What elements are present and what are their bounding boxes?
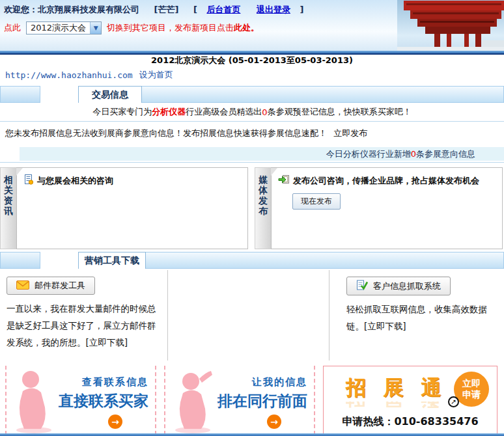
related-news-box: 与您展会相关的咨询 xyxy=(16,167,248,249)
rank-banner-line2: 排在同行前面 xyxy=(217,391,307,411)
related-news-panel: 相关资讯 与您展会相关的咨询 xyxy=(0,167,248,249)
zhaozhantong-title: 招 展 通 招 展 通 xyxy=(346,374,447,411)
capture-tool-button[interactable]: 客户信息抓取系统 xyxy=(346,277,451,295)
curved-arrow-icon: ➚ xyxy=(448,396,459,407)
document-icon xyxy=(23,174,34,187)
document-check-icon xyxy=(356,280,368,292)
bracket-open: [ xyxy=(193,5,197,14)
daily-prefix: 今日分析仪器行业新增 xyxy=(326,148,411,160)
media-publish-side-label: 媒体发布 xyxy=(255,167,271,249)
publish-arrow-icon xyxy=(278,174,290,187)
buyer-notice: 今日买家专门为 分析仪器 行业高级会员精选出 0 条参观预登记信息，快快联系买家… xyxy=(0,103,504,122)
header: 欢迎您：北京翔展科技发展有限公司 [芒芒] [ 后台首页 退出登录 ] 点此 2… xyxy=(0,0,504,51)
notice-industry: 分析仪器 xyxy=(152,106,186,118)
email-tool-button[interactable]: 邮件群发工具 xyxy=(7,277,95,295)
chevron-down-icon: ▼ xyxy=(90,22,101,34)
tab-marketing-tools[interactable]: 营销工具下载 xyxy=(78,252,146,269)
capture-tool-button-label: 客户信息抓取系统 xyxy=(373,280,441,292)
zhaozhantong-title-text: 招 展 通 xyxy=(346,374,447,402)
arrow-right-icon[interactable]: → xyxy=(267,415,281,429)
click-here-label: 点此 xyxy=(4,22,21,34)
bracket-close: ] xyxy=(300,5,304,14)
tab-strip xyxy=(142,86,504,103)
contact-banner-line2: 直接联系买家 xyxy=(59,391,148,411)
info-panels: 相关资讯 与您展会相关的咨询 媒体发布 xyxy=(0,163,504,249)
tools-section: 邮件群发工具 一直以来，我在群发大量邮件的时候总是缺乏好工具这下好了，展立方邮件… xyxy=(0,270,504,361)
email-tool-desc-text: 一直以来，我在群发大量邮件的时候总是缺乏好工具这下好了，展立方邮件群发系统，我的… xyxy=(7,303,156,347)
contact-buyers-banner[interactable]: 查看联系信息 直接联系买家 → xyxy=(5,366,156,435)
switch-project-text: 切换到其它项目，发布新项目点击 xyxy=(107,22,234,34)
warning-text: 您未发布招展信息无法收到展商参展意向信息！发布招展信息快速获得参展信息速配！ xyxy=(5,128,327,138)
envelope-icon xyxy=(16,280,29,292)
tools-tab-row: 营销工具下载 xyxy=(0,252,504,269)
tab-gap xyxy=(40,252,78,269)
person-waving-icon xyxy=(173,370,214,436)
site-bar: http://www.haozhanhui.com 设为首页 xyxy=(0,66,504,83)
trade-tab-row: 交易信息 xyxy=(0,86,504,103)
daily-suffix: 条参展意向信息 xyxy=(416,148,475,160)
publish-now-button[interactable]: 现在发布 xyxy=(292,193,341,210)
tab-trade-info[interactable]: 交易信息 xyxy=(78,86,142,103)
user-nickname: [芒芒] xyxy=(154,5,179,14)
event-title: 2012北京演示大会 (05-01-2013至05-03-2013) xyxy=(0,55,504,66)
rank-first-banner[interactable]: 让我的信息 排在同行前面 → xyxy=(164,366,315,435)
email-tool-column: 邮件群发工具 一直以来，我在群发大量邮件的时候总是缺乏好工具这下好了，展立方邮件… xyxy=(0,270,168,361)
set-homepage-link[interactable]: 设为首页 xyxy=(139,69,173,81)
switch-here-link[interactable]: 此处 xyxy=(234,22,251,34)
project-select[interactable]: 2012演示大会 ▼ xyxy=(26,21,102,34)
email-tool-desc: 一直以来，我在群发大量邮件的时候总是缺乏好工具这下好了，展立方邮件群发系统，我的… xyxy=(7,300,162,351)
related-news-heading: 与您展会相关的咨询 xyxy=(23,174,241,187)
site-url-link[interactable]: http://www.haozhanhui.com xyxy=(5,70,133,80)
daily-count: 0 xyxy=(411,149,416,159)
zhaozhantong-banner[interactable]: 招 展 通 招 展 通 立即 申请 ➚ 申请热线：010-68335476 xyxy=(323,366,497,435)
notice-count: 0 xyxy=(262,107,267,117)
zhaozhantong-title-reflection: 招 展 通 xyxy=(346,402,447,411)
rank-banner-line1: 让我的信息 xyxy=(217,376,307,388)
project-select-value: 2012演示大会 xyxy=(27,22,90,34)
media-publish-heading: 发布公司咨询，传播企业品牌，抢占媒体发布机会 xyxy=(278,174,496,187)
expo-building-image xyxy=(397,0,504,51)
contact-banner-text: 查看联系信息 直接联系买家 xyxy=(59,376,148,411)
publish-warning: 您未发布招展信息无法收到展商参展意向信息！发布招展信息快速获得参展信息速配！ 立… xyxy=(0,122,504,142)
switch-period: 。 xyxy=(251,22,259,34)
arrow-right-icon[interactable]: → xyxy=(108,415,122,429)
tab-stub xyxy=(0,252,40,269)
person-silhouette-icon xyxy=(14,370,55,436)
page: 欢迎您：北京翔展科技发展有限公司 [芒芒] [ 后台首页 退出登录 ] 点此 2… xyxy=(0,0,504,436)
tab-stub xyxy=(0,86,40,103)
email-tool-button-label: 邮件群发工具 xyxy=(35,280,85,292)
project-switch-bar: 点此 2012演示大会 ▼ 切换到其它项目，发布新项目点击 此处 。 xyxy=(4,21,259,34)
media-publish-box: 发布公司咨询，传播企业品牌，抢占媒体发布机会 现在发布 xyxy=(271,167,503,249)
notice-mid: 行业高级会员精选出 xyxy=(186,106,262,118)
promo-banners: 查看联系信息 直接联系买家 → 让我的信息 排在同行前面 → xyxy=(0,361,504,436)
logout-link[interactable]: 退出登录 xyxy=(257,5,290,14)
email-tool-download-link[interactable]: [立即下载] xyxy=(86,337,128,347)
tab-gap xyxy=(40,86,78,103)
related-news-side-label: 相关资讯 xyxy=(0,167,16,249)
rank-banner-text: 让我的信息 排在同行前面 xyxy=(217,376,307,411)
apply-now-badge[interactable]: 立即 申请 xyxy=(454,372,489,407)
contact-banner-line1: 查看联系信息 xyxy=(59,376,148,388)
apply-hotline: 申请热线：010-68335476 xyxy=(324,415,497,429)
capture-tool-desc: 轻松抓取互联网信息，收集高效数据链。[立即下载] xyxy=(346,301,499,334)
footer-divider-bar xyxy=(0,433,504,436)
apply-badge-line1: 立即 xyxy=(462,378,481,389)
apply-badge-line2: 申请 xyxy=(462,389,481,400)
backend-home-link[interactable]: 后台首页 xyxy=(206,5,240,14)
empty-tool-column xyxy=(168,270,329,361)
welcome-bar: 欢迎您：北京翔展科技发展有限公司 [芒芒] [ 后台首页 退出登录 ] xyxy=(4,4,303,16)
tab-strip xyxy=(146,252,504,269)
publish-now-link[interactable]: 立即发布 xyxy=(333,128,367,138)
capture-tool-column: 客户信息抓取系统 轻松抓取互联网信息，收集高效数据链。[立即下载] xyxy=(329,270,504,361)
daily-intent-strip: 今日分析仪器行业新增 0 条参展意向信息 xyxy=(20,147,504,161)
capture-tool-download-link[interactable]: [立即下载] xyxy=(364,321,406,331)
media-publish-heading-text: 发布公司咨询，传播企业品牌，抢占媒体发布机会 xyxy=(293,175,479,187)
notice-suffix: 条参观预登记信息，快快联系买家吧！ xyxy=(268,106,412,118)
notice-prefix: 今日买家专门为 xyxy=(92,106,152,118)
media-publish-panel: 媒体发布 发布公司咨询，传播企业品牌，抢占媒体发布机会 现在发布 xyxy=(255,167,503,249)
related-news-heading-text: 与您展会相关的咨询 xyxy=(37,175,113,187)
welcome-text: 欢迎您：北京翔展科技发展有限公司 xyxy=(4,5,139,14)
